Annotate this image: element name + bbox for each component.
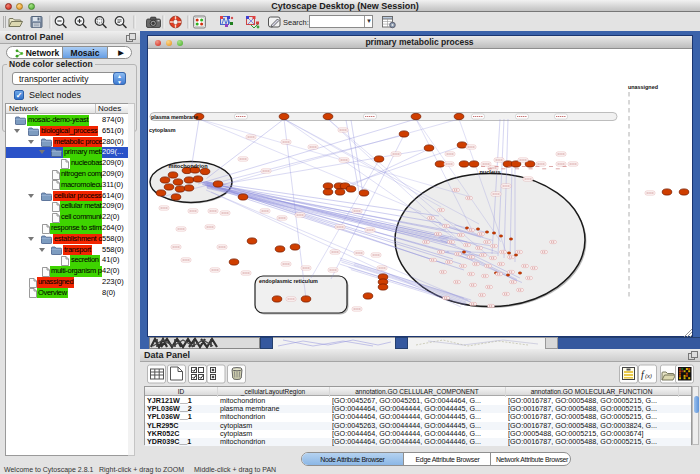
svg-text:endoplasmic reticulum: endoplasmic reticulum	[259, 278, 318, 284]
svg-text:mitochondrion: mitochondrion	[168, 163, 208, 169]
svg-text:unassigned: unassigned	[628, 84, 658, 90]
svg-text:cytoplasm: cytoplasm	[149, 127, 176, 133]
svg-text:(x): (x)	[645, 373, 652, 379]
svg-text:plasma membrane: plasma membrane	[151, 114, 198, 120]
svg-text:nucleus: nucleus	[479, 169, 500, 175]
